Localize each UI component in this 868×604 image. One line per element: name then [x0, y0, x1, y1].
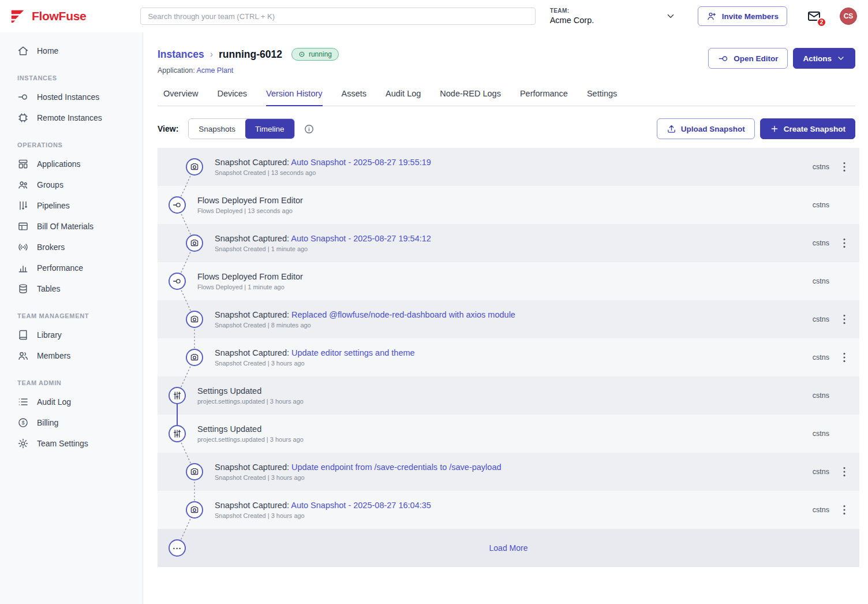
row-user: cstns: [813, 277, 829, 285]
sidebar-item-performance[interactable]: Performance: [0, 258, 143, 278]
actions-button[interactable]: Actions: [793, 48, 855, 69]
sidebar-item-home[interactable]: Home: [0, 40, 143, 61]
info-icon[interactable]: [304, 124, 315, 135]
view-toggle: Snapshots Timeline: [188, 118, 294, 139]
snapshot-link[interactable]: Update endpoint from /save-credentials t…: [291, 463, 502, 472]
row-user: cstns: [813, 315, 829, 323]
sidebar-item-hosted-instances[interactable]: Hosted Instances: [0, 87, 143, 107]
tab-devices[interactable]: Devices: [217, 89, 247, 106]
sidebar-item-label: Performance: [37, 263, 83, 273]
applications-icon: [17, 158, 29, 170]
timeline-row: Snapshot Captured: Replaced @flowfuse/no…: [158, 300, 859, 338]
timeline-node: [186, 501, 203, 519]
performance-icon: [17, 262, 29, 274]
view-label: View:: [158, 124, 178, 133]
snapshot-link[interactable]: Replaced @flowfuse/node-red-dashboard wi…: [291, 310, 515, 319]
bill-of-materials-icon: [17, 221, 29, 232]
sidebar-item-bill-of-materials[interactable]: Bill Of Materials: [0, 216, 143, 237]
row-meta: Snapshot Created | 3 hours ago: [215, 474, 502, 481]
create-snapshot-button[interactable]: Create Snapshot: [760, 118, 855, 139]
open-editor-button[interactable]: Open Editor: [708, 48, 788, 69]
timeline-node: [186, 234, 203, 252]
deploy-icon: [172, 200, 182, 210]
tab-audit-log[interactable]: Audit Log: [386, 89, 421, 106]
load-more-link[interactable]: Load More: [489, 543, 528, 553]
audit-log-icon: [17, 396, 29, 408]
row-title: Settings Updated: [197, 386, 304, 396]
breadcrumb-instances-link[interactable]: Instances: [158, 49, 204, 61]
tab-overview[interactable]: Overview: [163, 89, 198, 106]
snapshots-toggle[interactable]: Snapshots: [189, 119, 245, 139]
open-editor-icon: [718, 53, 729, 64]
sidebar-item-audit-log[interactable]: Audit Log: [0, 392, 143, 412]
row-user: cstns: [813, 353, 829, 361]
notifications-button[interactable]: 2: [806, 9, 822, 23]
row-title: Snapshot Captured: Auto Snapshot - 2025-…: [215, 501, 431, 510]
sidebar-item-pipelines[interactable]: Pipelines: [0, 195, 143, 216]
timeline-row: Flows Deployed From Editor Flows Deploye…: [158, 186, 859, 224]
sidebar-item-label: Hosted Instances: [37, 92, 99, 102]
sidebar-item-library[interactable]: Library: [0, 325, 143, 345]
sidebar-item-label: Remote Instances: [37, 113, 102, 122]
sidebar-section-team-admin: TEAM ADMIN: [17, 379, 143, 386]
timeline-node: [186, 463, 203, 480]
timeline-more-node: ...: [169, 539, 186, 557]
upload-snapshot-label: Upload Snapshot: [681, 125, 745, 133]
row-user: cstns: [813, 468, 829, 476]
tab-performance[interactable]: Performance: [520, 89, 568, 106]
team-selector[interactable]: TEAM: Acme Corp.: [550, 8, 676, 25]
pipelines-icon: [17, 200, 29, 211]
row-user: cstns: [813, 506, 829, 514]
chevron-down-icon: [665, 11, 676, 21]
upload-snapshot-button[interactable]: Upload Snapshot: [657, 118, 755, 139]
snapshot-link[interactable]: Auto Snapshot - 2025-08-27 16:04:35: [291, 501, 431, 510]
avatar[interactable]: CS: [840, 8, 857, 25]
sidebar-item-team-settings[interactable]: Team Settings: [0, 433, 143, 454]
snapshot-link[interactable]: Update editor settings and theme: [291, 348, 415, 357]
row-meta: Snapshot Created | 8 minutes ago: [215, 322, 515, 329]
status-badge: running: [291, 48, 339, 61]
kebab-menu-icon[interactable]: [829, 351, 859, 364]
settings-sliders-icon: [172, 428, 182, 439]
invite-members-button[interactable]: Invite Members: [698, 6, 787, 26]
application-line: Application: Acme Plant: [158, 66, 339, 74]
kebab-menu-icon[interactable]: [829, 504, 859, 516]
flowfuse-logo-icon: [9, 8, 27, 25]
snapshot-link[interactable]: Auto Snapshot - 2025-08-27 19:54:12: [291, 234, 431, 243]
sidebar-item-label: Library: [37, 330, 62, 340]
tab-settings[interactable]: Settings: [587, 89, 617, 106]
tab-node-red-logs[interactable]: Node-RED Logs: [440, 89, 501, 106]
tab-assets[interactable]: Assets: [342, 89, 367, 106]
search-container: [140, 8, 536, 25]
search-input[interactable]: [140, 8, 536, 25]
sidebar-item-groups[interactable]: Groups: [0, 174, 143, 195]
camera-icon: [189, 352, 200, 363]
kebab-menu-icon[interactable]: [829, 465, 859, 478]
flowfuse-logo[interactable]: FlowFuse: [9, 8, 86, 25]
tab-version-history[interactable]: Version History: [266, 89, 323, 106]
kebab-menu-icon[interactable]: [829, 313, 859, 326]
timeline-node: [169, 273, 186, 290]
row-meta: Snapshot Created | 3 hours ago: [215, 360, 415, 367]
sidebar-item-remote-instances[interactable]: Remote Instances: [0, 107, 143, 128]
team-name: Acme Corp.: [550, 16, 594, 25]
sidebar-item-tables[interactable]: Tables: [0, 278, 143, 299]
row-title: Snapshot Captured: Replaced @flowfuse/no…: [215, 310, 515, 319]
kebab-menu-icon[interactable]: [829, 237, 859, 249]
sidebar-item-label: Home: [37, 46, 58, 55]
application-link[interactable]: Acme Plant: [196, 66, 233, 74]
row-meta: project.settings.updated | 3 hours ago: [197, 398, 304, 405]
sidebar-item-members[interactable]: Members: [0, 345, 143, 366]
snapshot-link[interactable]: Auto Snapshot - 2025-08-27 19:55:19: [291, 158, 431, 167]
sidebar-item-brokers[interactable]: Brokers: [0, 237, 143, 258]
status-badge-label: running: [309, 50, 332, 58]
kebab-menu-icon[interactable]: [829, 161, 859, 173]
timeline-row: Snapshot Captured: Update editor setting…: [158, 338, 859, 376]
row-title: Snapshot Captured: Auto Snapshot - 2025-…: [215, 234, 431, 243]
row-user: cstns: [813, 430, 829, 438]
sidebar-item-billing[interactable]: $ Billing: [0, 412, 143, 433]
user-plus-icon: [706, 11, 717, 21]
row-meta: Snapshot Created | 3 hours ago: [215, 512, 431, 519]
sidebar-item-applications[interactable]: Applications: [0, 154, 143, 174]
timeline-toggle[interactable]: Timeline: [245, 119, 294, 139]
